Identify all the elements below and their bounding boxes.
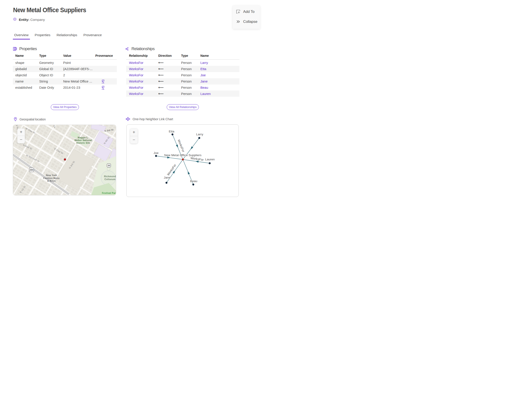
svg-text:Coliseum: Coliseum: [104, 178, 115, 181]
svg-text:Joe: Joe: [154, 151, 159, 155]
svg-text:33: 33: [108, 164, 110, 167]
svg-text:New Metal Office Suppliers: New Metal Office Suppliers: [164, 154, 201, 157]
svg-text:Historic Site: Historic Site: [76, 142, 90, 144]
svg-text:Maggie L.: Maggie L.: [78, 136, 89, 139]
svg-text:Jane: Jane: [164, 176, 170, 179]
svg-text:Walker National: Walker National: [74, 139, 92, 142]
svg-text:250: 250: [30, 169, 33, 171]
svg-text:Beau: Beau: [190, 179, 197, 183]
svg-text:Larry: Larry: [196, 133, 203, 136]
svg-text:Lauren: Lauren: [205, 158, 215, 161]
svg-text:Festival Park: Festival Park: [102, 192, 116, 194]
svg-text:New York: New York: [46, 174, 57, 176]
svg-text:& Boys: & Boys: [47, 179, 56, 182]
svg-text:Richmond: Richmond: [104, 175, 116, 178]
svg-text:Fashion Mens: Fashion Mens: [43, 177, 60, 179]
svg-text:WorksFor: WorksFor: [166, 163, 177, 176]
svg-text:WorksFor: WorksFor: [177, 139, 185, 153]
svg-text:Etta: Etta: [169, 130, 174, 133]
